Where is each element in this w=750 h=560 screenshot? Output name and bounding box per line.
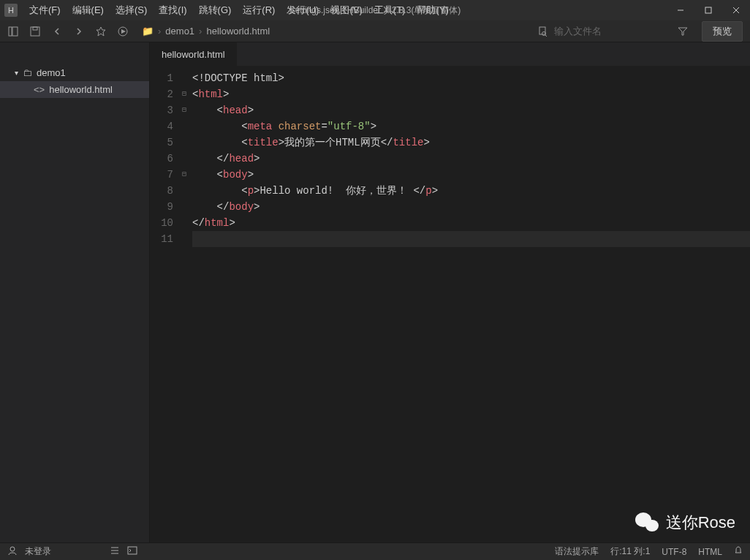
menu-item-0[interactable]: 文件(F)	[23, 1, 67, 20]
svg-line-13	[545, 35, 547, 37]
filter-icon[interactable]	[677, 26, 689, 37]
app-logo: H	[4, 4, 18, 17]
svg-rect-19	[128, 547, 137, 554]
menu-item-1[interactable]: 编辑(E)	[67, 1, 110, 20]
svg-point-15	[10, 547, 15, 551]
code-line[interactable]: </head>	[192, 151, 750, 167]
terminal-icon[interactable]	[127, 545, 137, 558]
save-icon[interactable]	[29, 26, 41, 37]
explorer-folder[interactable]: ▾ 🗀 demo1	[0, 64, 149, 81]
user-icon[interactable]	[7, 545, 18, 558]
login-status[interactable]: 未登录	[25, 545, 51, 558]
bell-icon[interactable]	[734, 546, 743, 557]
code-line[interactable]: <head>	[192, 102, 750, 118]
watermark: 送你Rose	[635, 512, 735, 534]
list-icon[interactable]	[110, 545, 120, 558]
encoding[interactable]: UTF-8	[662, 547, 686, 557]
preview-button[interactable]: 预览	[702, 21, 743, 42]
menu-item-2[interactable]: 选择(S)	[110, 1, 153, 20]
nav-back-icon[interactable]	[51, 26, 63, 37]
file-explorer: ▾ 🗀 demo1 <> helloworld.html	[0, 42, 150, 542]
menu-item-3[interactable]: 查找(I)	[153, 1, 192, 20]
wechat-icon	[635, 512, 660, 533]
language-mode[interactable]: HTML	[698, 547, 722, 557]
nav-forward-icon[interactable]	[73, 26, 85, 37]
run-icon[interactable]	[117, 26, 129, 37]
window-controls	[667, 0, 750, 20]
code-line[interactable]: <body>	[192, 167, 750, 183]
svg-marker-10	[121, 29, 126, 34]
folder-icon: 📁	[142, 26, 154, 37]
svg-rect-1	[705, 7, 711, 13]
svg-rect-5	[12, 27, 18, 36]
search-page-icon[interactable]	[537, 26, 548, 37]
minimize-button[interactable]	[667, 0, 694, 20]
explorer-file[interactable]: <> helloworld.html	[0, 81, 149, 98]
code-line[interactable]: <title>我的第一个HTML网页</title>	[192, 135, 750, 151]
code-line[interactable]	[192, 231, 750, 247]
status-bar: 未登录 语法提示库 行:11 列:1 UTF-8 HTML	[0, 542, 750, 560]
toolbar: 📁 › demo1 › helloworld.html 预览	[0, 20, 750, 42]
search-input[interactable]	[554, 26, 671, 37]
folder-label: demo1	[37, 67, 66, 78]
syntax-lib[interactable]: 语法提示库	[555, 545, 599, 558]
maximize-button[interactable]	[694, 0, 722, 20]
editor: helloworld.html 1234567891011 ⊟⊟⊟ <!DOCT…	[150, 42, 750, 542]
code-area[interactable]: 1234567891011 ⊟⊟⊟ <!DOCTYPE html><html> …	[150, 66, 750, 542]
menu-item-5[interactable]: 运行(R)	[237, 1, 281, 20]
fold-column: ⊟⊟⊟	[179, 66, 189, 542]
chevron-down-icon: ▾	[15, 69, 18, 77]
breadcrumb-file[interactable]: helloworld.html	[206, 26, 270, 37]
breadcrumb-folder[interactable]: demo1	[165, 26, 194, 37]
title-bar: H 文件(F)编辑(E)选择(S)查找(I)跳转(G)运行(R)发行(U)视图(…	[0, 0, 750, 20]
code-line[interactable]: <p>Hello world! 你好，世界！ </p>	[192, 183, 750, 199]
code-line[interactable]: <meta charset="utf-8">	[192, 118, 750, 135]
line-numbers: 1234567891011	[150, 66, 179, 542]
close-button[interactable]	[722, 0, 750, 20]
code-file-icon: <>	[34, 84, 45, 95]
code-line[interactable]: </html>	[192, 215, 750, 231]
code-lines[interactable]: <!DOCTYPE html><html> <head> <meta chars…	[189, 66, 750, 542]
code-line[interactable]: <!DOCTYPE html>	[192, 70, 750, 86]
main-area: ▾ 🗀 demo1 <> helloworld.html helloworld.…	[0, 42, 750, 542]
menu-item-4[interactable]: 跳转(G)	[193, 1, 238, 20]
svg-marker-14	[678, 28, 687, 35]
file-label: helloworld.html	[49, 84, 113, 95]
layout-icon[interactable]	[7, 26, 19, 37]
cursor-position[interactable]: 行:11 列:1	[610, 545, 650, 558]
code-line[interactable]: <html>	[192, 86, 750, 102]
svg-rect-6	[31, 27, 39, 36]
watermark-text: 送你Rose	[666, 512, 735, 534]
editor-tab[interactable]: helloworld.html	[150, 42, 238, 66]
svg-marker-8	[96, 27, 105, 36]
star-icon[interactable]	[95, 26, 107, 37]
svg-rect-7	[33, 27, 37, 30]
breadcrumb: 📁 › demo1 › helloworld.html	[142, 26, 270, 37]
svg-rect-4	[9, 27, 12, 36]
tab-bar: helloworld.html	[150, 42, 750, 66]
folder-icon: 🗀	[23, 67, 32, 78]
window-title: Settings.json - HBuilder X 2.8.3(单项目窗体)	[289, 4, 461, 17]
code-line[interactable]: </body>	[192, 199, 750, 215]
